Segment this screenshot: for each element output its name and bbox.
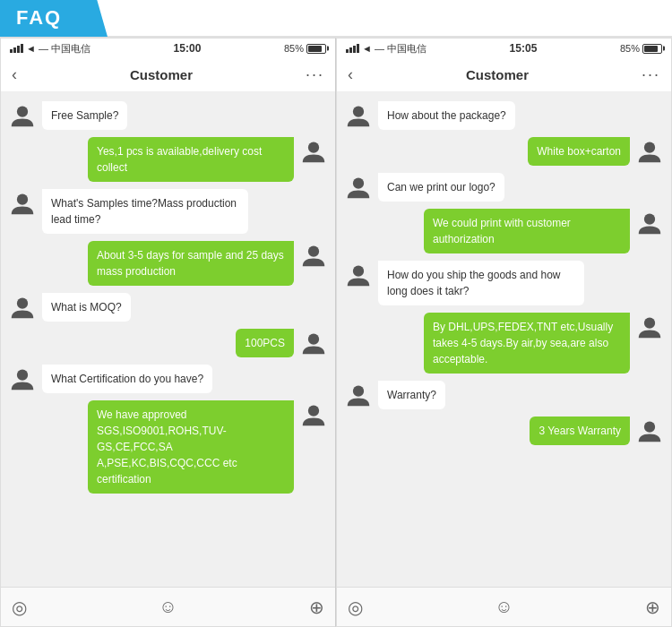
avatar-left-r6	[344, 381, 373, 409]
svg-point-11	[644, 214, 655, 225]
faq-title-bg: FAQ	[0, 0, 108, 37]
emoji-icon-left[interactable]: ☺	[159, 597, 177, 617]
battery-pct-right: 85%	[620, 43, 640, 54]
msg-row-left-3: About 3-5 days for sample and 25 days ma…	[8, 241, 328, 286]
bubble-left-r0: How about the package?	[378, 101, 515, 130]
bubble-right-r7: 3 Years Warranty	[530, 417, 630, 445]
nav-more-right[interactable]: ···	[642, 65, 660, 84]
bubble-right-1: Yes,1 pcs is available,delivery cost col…	[88, 137, 294, 182]
avatar-right-3	[299, 241, 328, 270]
avatar-left-r0	[344, 101, 373, 130]
bubble-left-2: What's Samples time?Mass production lead…	[42, 189, 248, 234]
msg-row-right-3: We could print with customer authorizati…	[344, 209, 664, 253]
phones-row: ◄ — 中国电信 15:00 85% ‹ Customer ··· F	[0, 38, 672, 627]
bubble-right-r1: White box+carton	[528, 137, 630, 166]
bubble-right-5: 100PCS	[236, 329, 294, 357]
status-left-left: ◄ — 中国电信	[10, 42, 90, 56]
status-right-left: 85%	[284, 43, 326, 54]
chat-area-right: How about the package? White box+carton …	[337, 92, 671, 587]
battery-icon-right	[642, 44, 662, 54]
time-left: 15:00	[174, 42, 202, 55]
status-bar-left: ◄ — 中国电信 15:00 85%	[1, 39, 335, 58]
bubble-left-0: Free Sample?	[42, 101, 127, 130]
avatar-left-0	[8, 101, 37, 130]
plus-icon-left[interactable]: ⊕	[309, 597, 324, 618]
svg-point-5	[308, 334, 319, 345]
svg-point-9	[644, 142, 655, 153]
status-left-right: ◄ — 中国电信	[346, 42, 426, 56]
avatar-right-5	[299, 329, 328, 357]
msg-row-right-7: 3 Years Warranty	[344, 417, 664, 445]
msg-row-right-1: White box+carton	[344, 137, 664, 166]
svg-point-15	[644, 422, 655, 433]
bottom-bar-left: ◎ ☺ ⊕	[1, 587, 335, 626]
msg-row-left-0: Free Sample?	[8, 101, 328, 130]
avatar-left-6	[8, 365, 37, 393]
avatar-right-r3	[635, 209, 664, 237]
avatar-right-r1	[635, 137, 664, 166]
svg-point-4	[17, 298, 28, 309]
bubble-right-r3: We could print with customer authorizati…	[424, 209, 630, 253]
msg-row-right-6: Warranty?	[344, 381, 664, 409]
svg-point-13	[644, 318, 655, 329]
wifi-icon-right: ◄ —	[362, 43, 384, 54]
msg-row-left-4: What is MOQ?	[8, 293, 328, 322]
avatar-right-1	[299, 137, 328, 166]
bubble-left-r4: How do you ship the goods and how long d…	[378, 261, 584, 305]
bubble-right-3: About 3-5 days for sample and 25 days ma…	[88, 241, 294, 286]
svg-point-3	[308, 246, 319, 257]
wifi-icon-left: ◄ —	[26, 43, 48, 54]
nav-bar-right: ‹ Customer ···	[337, 58, 671, 92]
msg-row-right-4: How do you ship the goods and how long d…	[344, 261, 664, 305]
avatar-left-4	[8, 293, 37, 322]
bubble-left-4: What is MOQ?	[42, 293, 131, 322]
svg-point-14	[353, 386, 364, 397]
msg-row-right-0: How about the package?	[344, 101, 664, 130]
faq-title: FAQ	[16, 6, 62, 30]
avatar-right-r7	[635, 417, 664, 445]
chat-area-left: Free Sample? Yes,1 pcs is available,deli…	[1, 92, 335, 587]
sound-icon-right[interactable]: ◎	[348, 597, 363, 618]
bubble-left-r6: Warranty?	[378, 381, 445, 409]
bottom-bar-right: ◎ ☺ ⊕	[337, 587, 671, 626]
status-right-right: 85%	[620, 43, 662, 54]
bubble-left-r2: Can we print our logo?	[378, 173, 504, 202]
carrier-right: 中国电信	[387, 42, 426, 56]
svg-point-7	[308, 406, 319, 417]
sound-icon-left[interactable]: ◎	[12, 597, 27, 618]
svg-point-6	[17, 370, 28, 381]
avatar-left-r2	[344, 173, 373, 202]
msg-row-left-5: 100PCS	[8, 329, 328, 357]
phone-right: ◄ — 中国电信 15:05 85% ‹ Customer ··· H	[336, 38, 672, 627]
svg-point-1	[308, 142, 319, 153]
bubble-left-6: What Certification do you have?	[42, 365, 212, 393]
carrier-left: 中国电信	[51, 42, 90, 56]
msg-row-left-6: What Certification do you have?	[8, 365, 328, 393]
plus-icon-right[interactable]: ⊕	[645, 597, 660, 618]
signal-icon-right	[346, 44, 359, 53]
nav-title-right: Customer	[466, 67, 529, 82]
msg-row-right-5: By DHL,UPS,FEDEX,TNT etc,Usually takes 4…	[344, 313, 664, 374]
nav-back-left[interactable]: ‹	[12, 65, 17, 84]
svg-point-2	[17, 194, 28, 205]
battery-pct-left: 85%	[284, 43, 304, 54]
svg-point-0	[17, 107, 28, 117]
svg-point-8	[353, 107, 364, 117]
avatar-left-r4	[344, 261, 373, 289]
faq-header: FAQ	[0, 0, 672, 38]
avatar-right-r5	[635, 313, 664, 341]
phone-left: ◄ — 中国电信 15:00 85% ‹ Customer ··· F	[0, 38, 336, 627]
nav-bar-left: ‹ Customer ···	[1, 58, 335, 92]
bubble-right-r5: By DHL,UPS,FEDEX,TNT etc,Usually takes 4…	[424, 313, 630, 374]
signal-icon-left	[10, 44, 23, 53]
nav-more-left[interactable]: ···	[306, 65, 324, 84]
msg-row-left-2: What's Samples time?Mass production lead…	[8, 189, 328, 234]
nav-back-right[interactable]: ‹	[348, 65, 353, 84]
avatar-right-7	[299, 400, 328, 429]
msg-row-left-7: We have approved SGS,ISO9001,ROHS,TUV-GS…	[8, 400, 328, 494]
emoji-icon-right[interactable]: ☺	[495, 597, 513, 617]
avatar-left-2	[8, 189, 37, 218]
svg-point-10	[353, 178, 364, 189]
status-bar-right: ◄ — 中国电信 15:05 85%	[337, 39, 671, 58]
msg-row-right-2: Can we print our logo?	[344, 173, 664, 202]
